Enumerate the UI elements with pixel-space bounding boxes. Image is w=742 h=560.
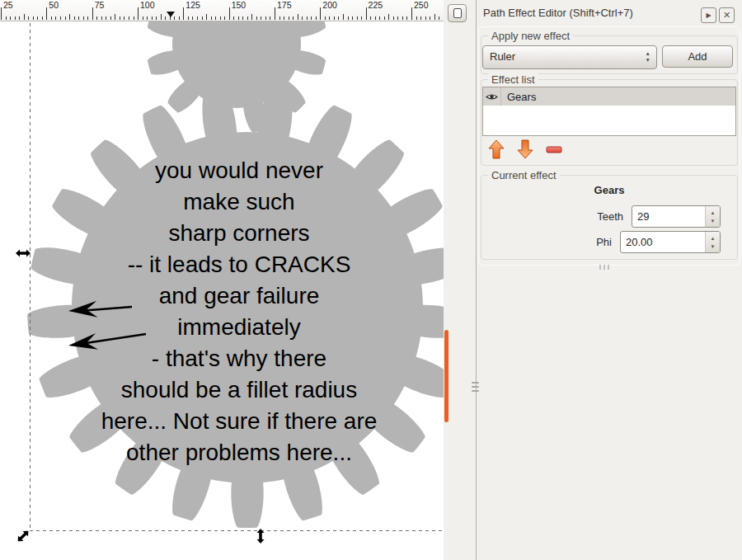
combobox-arrows-icon: ▲▼ xyxy=(646,50,650,64)
ruler-tick xyxy=(60,16,61,20)
ruler-tick xyxy=(402,16,403,20)
panel-menu-button[interactable]: ▶ xyxy=(701,7,716,23)
ruler-tick xyxy=(289,16,289,20)
ruler-tick xyxy=(83,16,84,20)
ruler-tick xyxy=(238,16,239,20)
canvas-scrollbar-thumb[interactable] xyxy=(444,330,448,422)
ruler-tick xyxy=(101,16,102,20)
ruler-tick xyxy=(379,16,380,20)
ruler-tick xyxy=(338,16,339,20)
panel-close-button[interactable]: ✕ xyxy=(719,7,735,23)
ruler-tick xyxy=(211,16,212,20)
small-gear[interactable] xyxy=(148,21,326,133)
scale-handle-corner-icon[interactable] xyxy=(15,528,31,544)
ruler-unit-label: 175 xyxy=(277,0,292,10)
ruler-tick xyxy=(439,16,439,20)
remove-effect-button[interactable] xyxy=(544,139,564,160)
eye-icon[interactable] xyxy=(486,92,498,101)
ruler-tick xyxy=(129,16,129,20)
panel-title: Path Effect Editor (Shift+Ctrl+7) xyxy=(483,7,633,19)
teeth-spinbox[interactable]: ▲▼ xyxy=(632,205,721,228)
ruler-tick xyxy=(279,16,280,20)
ruler-unit-label: 50 xyxy=(49,0,59,10)
dock-gutter xyxy=(444,0,477,560)
ruler-tick xyxy=(134,16,134,20)
ruler-tick xyxy=(202,16,203,20)
ruler-tick xyxy=(411,7,412,20)
ruler-tick xyxy=(302,16,303,20)
move-up-button[interactable] xyxy=(486,139,506,160)
phi-spinbox[interactable]: ▲▼ xyxy=(620,231,721,253)
teeth-input[interactable] xyxy=(637,206,702,227)
annotation-line: should be a fillet radius xyxy=(33,374,444,406)
ruler-tick xyxy=(416,16,417,20)
ruler-tick xyxy=(233,16,234,20)
annotation-line: - that's why there xyxy=(33,343,444,374)
ruler-tick xyxy=(275,7,275,20)
annotation-line: here... Not sure if there are xyxy=(33,406,444,437)
frame-label: Current effect xyxy=(488,169,560,181)
ruler-tick xyxy=(343,14,344,20)
ruler-unit-label: 25 xyxy=(3,0,13,10)
ruler-tick xyxy=(375,16,376,20)
current-effect-title: Gears xyxy=(481,184,737,196)
ruler-unit-label: 150 xyxy=(232,0,247,10)
ruler-tick xyxy=(366,7,367,20)
panel-resize-grip[interactable] xyxy=(599,265,609,270)
ruler-tick xyxy=(19,16,20,20)
ruler-tick xyxy=(51,16,52,20)
ruler-tick xyxy=(384,16,385,20)
effect-list-toolbar xyxy=(486,139,564,160)
ruler-tick xyxy=(87,16,88,20)
ruler-tick xyxy=(1,7,2,20)
ruler-tick xyxy=(284,16,284,20)
effect-list-frame: Effect list Gears xyxy=(481,79,738,166)
ruler-tick xyxy=(329,16,330,20)
ruler-tick xyxy=(92,7,93,20)
ruler-tick xyxy=(430,16,430,20)
ruler-tick xyxy=(261,16,261,20)
ruler-tick xyxy=(320,7,321,20)
ruler-tick xyxy=(10,16,11,20)
spinner-buttons[interactable]: ▲▼ xyxy=(705,232,720,252)
effect-list[interactable]: Gears xyxy=(482,87,736,136)
dock-iconify-button[interactable] xyxy=(448,4,467,22)
horizontal-ruler[interactable]: 255075100125150175200225250 xyxy=(0,0,444,21)
ruler-tick xyxy=(224,16,225,20)
ruler-tick xyxy=(307,16,308,20)
ruler-tick xyxy=(197,16,198,20)
ruler-tick xyxy=(96,16,97,20)
scale-handle-left-icon[interactable] xyxy=(16,250,31,257)
visibility-cell[interactable] xyxy=(483,87,501,106)
ruler-tick xyxy=(65,16,66,20)
ruler-tick xyxy=(265,16,266,20)
annotation-line: -- it leads to CRACKS xyxy=(33,249,444,280)
ruler-tick xyxy=(120,16,120,20)
canvas[interactable]: you would nevermake suchsharp corners-- … xyxy=(0,21,444,560)
effect-type-combobox[interactable]: Ruler ▲▼ xyxy=(482,45,657,69)
ruler-tick xyxy=(220,16,221,20)
ruler-tick xyxy=(78,16,79,20)
dialog-icon xyxy=(453,8,462,18)
effect-list-row[interactable]: Gears xyxy=(483,87,735,106)
paned-resize-grip[interactable] xyxy=(472,382,479,394)
ruler-tick xyxy=(316,16,317,20)
ruler-tick xyxy=(388,14,389,20)
ruler-tick xyxy=(397,16,398,20)
move-down-button[interactable] xyxy=(515,139,535,160)
ruler-unit-label: 100 xyxy=(140,0,155,10)
ruler-tick xyxy=(165,16,166,20)
spinner-buttons[interactable]: ▲▼ xyxy=(705,206,720,227)
canvas-annotation[interactable]: you would nevermake suchsharp corners-- … xyxy=(33,155,444,468)
minus-icon xyxy=(544,139,564,160)
ruler-tick xyxy=(357,16,358,20)
ruler-tick xyxy=(206,14,207,20)
phi-input[interactable] xyxy=(626,232,702,252)
ruler-tick xyxy=(147,16,148,20)
menu-arrow-icon: ▶ xyxy=(706,12,711,19)
add-effect-button[interactable]: Add xyxy=(662,45,733,68)
ruler-tick xyxy=(161,14,162,20)
ruler-tick xyxy=(15,16,16,20)
annotation-line: and gear failure xyxy=(33,280,444,312)
effect-name: Gears xyxy=(501,91,536,103)
